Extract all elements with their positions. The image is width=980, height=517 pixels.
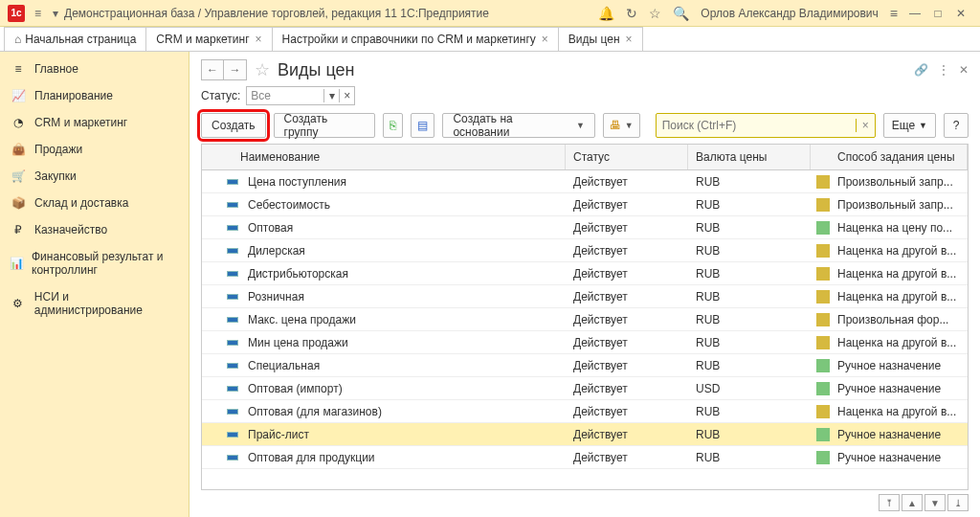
sidebar-item-склад-и-доставка[interactable]: 📦Склад и доставка <box>0 190 189 216</box>
more-button[interactable]: Еще▼ <box>883 113 936 138</box>
search-clear-icon[interactable]: × <box>856 119 875 132</box>
table-row[interactable]: Макс. цена продажиДействуетRUBПроизвольн… <box>202 308 968 331</box>
tab-close-icon[interactable]: × <box>256 33 262 46</box>
tab-начальная-страница[interactable]: ⌂Начальная страница <box>4 27 146 51</box>
sidebar-item-финансовый-результат-и-контроллинг[interactable]: 📊Финансовый результат и контроллинг <box>0 243 189 283</box>
row-currency: RUB <box>688 290 811 303</box>
table-row[interactable]: СпециальнаяДействуетRUBРучное назначение <box>202 354 968 377</box>
row-name: Розничная <box>248 290 304 303</box>
user-name[interactable]: Орлов Александр Владимирович <box>701 7 879 20</box>
sidebar-label: Склад и доставка <box>34 196 128 210</box>
method-icon <box>816 382 830 395</box>
sidebar-item-главное[interactable]: ≡Главное <box>0 56 189 82</box>
create-group-button[interactable]: Создать группу <box>274 113 376 138</box>
table-row[interactable]: Оптовая (импорт)ДействуетUSDРучное назна… <box>202 377 968 400</box>
close-form-icon[interactable]: ✕ <box>959 63 969 77</box>
tab-crm-и-маркетинг[interactable]: CRM и маркетинг× <box>145 27 272 51</box>
row-icon <box>227 340 238 346</box>
table-row[interactable]: ДилерскаяДействуетRUBНаценка на другой в… <box>202 239 968 262</box>
minimize-button[interactable]: — <box>907 7 923 20</box>
user-menu-icon[interactable]: ≡ <box>890 6 898 21</box>
method-icon <box>816 359 830 372</box>
table-row[interactable]: РозничнаяДействуетRUBНаценка на другой в… <box>202 285 968 308</box>
main-menu-icon[interactable]: ≡ <box>34 7 41 20</box>
close-window-button[interactable]: ✕ <box>953 7 969 20</box>
header-row: ← → ☆ Виды цен 🔗 ⋮ ✕ <box>201 59 969 80</box>
row-currency: RUB <box>688 198 811 212</box>
search-input[interactable] <box>657 119 856 132</box>
list-button[interactable]: ▤ <box>411 113 434 138</box>
nav-forward-button[interactable]: → <box>224 59 247 80</box>
help-label: ? <box>953 119 960 132</box>
dropdown-icon[interactable]: ▾ <box>53 7 58 20</box>
history-icon[interactable]: ↻ <box>626 6 637 21</box>
nav-up-button[interactable]: ▲ <box>902 494 923 511</box>
maximize-button[interactable]: □ <box>930 7 946 20</box>
search-icon[interactable]: 🔍 <box>673 6 689 21</box>
sidebar-label: НСИ и администрирование <box>34 290 179 317</box>
nav-down-button[interactable]: ▼ <box>924 494 946 511</box>
row-method: Наценка на другой в... <box>837 267 956 281</box>
row-icon <box>227 179 238 185</box>
sidebar-item-продажи[interactable]: 👜Продажи <box>0 136 189 163</box>
row-status: Действует <box>566 313 688 326</box>
copy-button[interactable]: ⎘ <box>383 113 403 138</box>
kebab-icon[interactable]: ⋮ <box>938 63 949 77</box>
sidebar-item-планирование[interactable]: 📈Планирование <box>0 82 189 109</box>
row-icon <box>227 363 238 369</box>
col-status[interactable]: Статус <box>566 145 688 169</box>
nav-first-button[interactable]: ⤒ <box>879 494 900 511</box>
create-group-label: Создать группу <box>284 112 366 139</box>
tab-close-icon[interactable]: × <box>626 33 633 46</box>
row-name: Цена поступления <box>248 175 346 189</box>
table-row[interactable]: СебестоимостьДействуетRUBПроизвольный за… <box>202 193 968 216</box>
table-row[interactable]: ДистрибьюторскаяДействуетRUBНаценка на д… <box>202 262 968 285</box>
table-row[interactable]: Оптовая (для магазинов)ДействуетRUBНацен… <box>202 400 968 423</box>
row-icon <box>227 225 238 231</box>
sidebar-item-казначейство[interactable]: ₽Казначейство <box>0 216 189 243</box>
tab-close-icon[interactable]: × <box>542 33 548 46</box>
table-row[interactable]: Прайс-листДействуетRUBРучное назначение <box>202 423 968 446</box>
status-dropdown-icon[interactable]: ▾ <box>323 89 339 102</box>
table-row[interactable]: ОптоваяДействуетRUBНаценка на цену по... <box>202 216 968 239</box>
row-name: Специальная <box>248 359 320 372</box>
list-icon: ▤ <box>417 119 428 132</box>
nav-back-button[interactable]: ← <box>201 59 224 80</box>
method-icon <box>816 221 830 235</box>
help-button[interactable]: ? <box>944 113 969 138</box>
status-select[interactable]: Все ▾ × <box>246 86 355 105</box>
status-clear-icon[interactable]: × <box>339 89 354 102</box>
content-area: ← → ☆ Виды цен 🔗 ⋮ ✕ Статус: Все ▾ × Соз… <box>189 52 980 517</box>
table-row[interactable]: Мин цена продажиДействуетRUBНаценка на д… <box>202 331 968 354</box>
sidebar-icon: 📈 <box>10 89 27 102</box>
create-based-button[interactable]: Создать на основании▼ <box>442 113 594 138</box>
star-icon[interactable]: ☆ <box>649 6 661 21</box>
row-name: Оптовая для продукции <box>248 451 375 464</box>
sidebar-item-нси-и-администрирование[interactable]: ⚙НСИ и администрирование <box>0 283 189 324</box>
search-box[interactable]: × <box>656 113 876 138</box>
row-status: Действует <box>566 221 688 235</box>
col-name[interactable]: Наименование <box>202 145 566 169</box>
tab-виды-цен[interactable]: Виды цен× <box>558 27 643 51</box>
create-based-label: Создать на основании <box>453 112 571 139</box>
sidebar-item-закупки[interactable]: 🛒Закупки <box>0 163 189 190</box>
col-method[interactable]: Способ задания цены <box>811 145 968 169</box>
status-value: Все <box>247 89 323 102</box>
col-currency[interactable]: Валюта цены <box>688 145 811 169</box>
row-name: Оптовая (импорт) <box>248 382 343 395</box>
sidebar-icon: 📊 <box>10 257 24 270</box>
create-button[interactable]: Создать <box>201 113 266 138</box>
print-button[interactable]: 🖶▼ <box>603 113 640 138</box>
row-name: Прайс-лист <box>248 428 309 441</box>
row-method: Произвольный запр... <box>837 175 953 189</box>
nav-last-button[interactable]: ⤓ <box>947 494 969 511</box>
link-icon[interactable]: 🔗 <box>914 63 928 77</box>
table-row[interactable]: Оптовая для продукцииДействуетRUBРучное … <box>202 446 968 469</box>
sidebar-item-crm-и-маркетинг[interactable]: ◔CRM и маркетинг <box>0 109 189 136</box>
tab-настройки-и-справочники-по-crm-и-маркетингу[interactable]: Настройки и справочники по CRM и маркети… <box>272 27 559 51</box>
row-status: Действует <box>566 428 688 441</box>
table-row[interactable]: Цена поступленияДействуетRUBПроизвольный… <box>202 170 968 193</box>
row-currency: RUB <box>688 359 811 372</box>
bell-icon[interactable]: 🔔 <box>598 6 614 21</box>
favorite-icon[interactable]: ☆ <box>255 59 270 80</box>
